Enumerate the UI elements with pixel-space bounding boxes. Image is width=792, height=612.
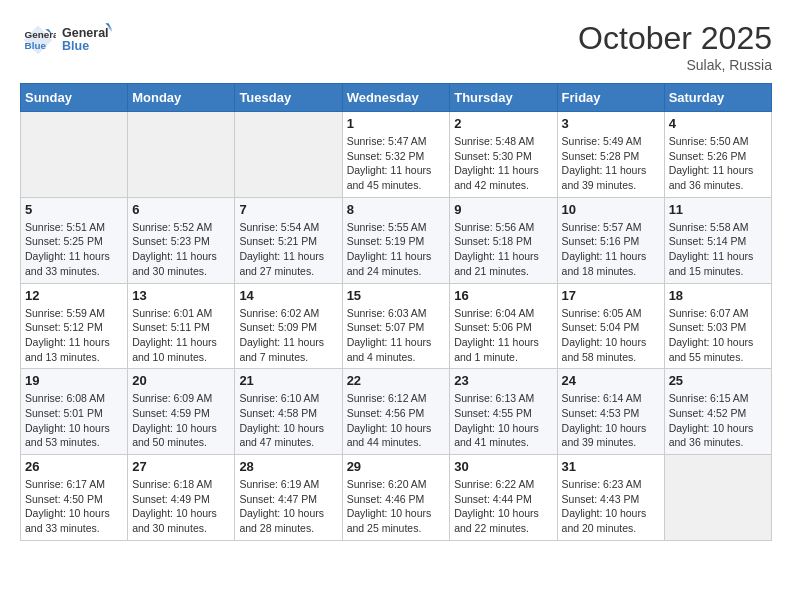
calendar-cell: [664, 455, 771, 541]
day-info: Sunrise: 5:49 AM Sunset: 5:28 PM Dayligh…: [562, 134, 660, 193]
day-number: 28: [239, 459, 337, 474]
day-number: 1: [347, 116, 446, 131]
day-info: Sunrise: 5:48 AM Sunset: 5:30 PM Dayligh…: [454, 134, 552, 193]
svg-text:General: General: [62, 26, 109, 40]
day-info: Sunrise: 5:47 AM Sunset: 5:32 PM Dayligh…: [347, 134, 446, 193]
day-number: 18: [669, 288, 767, 303]
day-number: 23: [454, 373, 552, 388]
calendar-cell: 12Sunrise: 5:59 AM Sunset: 5:12 PM Dayli…: [21, 283, 128, 369]
day-number: 17: [562, 288, 660, 303]
calendar-cell: 1Sunrise: 5:47 AM Sunset: 5:32 PM Daylig…: [342, 112, 450, 198]
day-number: 26: [25, 459, 123, 474]
day-number: 29: [347, 459, 446, 474]
day-number: 11: [669, 202, 767, 217]
day-info: Sunrise: 6:19 AM Sunset: 4:47 PM Dayligh…: [239, 477, 337, 536]
day-number: 14: [239, 288, 337, 303]
weekday-header-sunday: Sunday: [21, 84, 128, 112]
calendar-cell: 16Sunrise: 6:04 AM Sunset: 5:06 PM Dayli…: [450, 283, 557, 369]
calendar-cell: 19Sunrise: 6:08 AM Sunset: 5:01 PM Dayli…: [21, 369, 128, 455]
weekday-header-thursday: Thursday: [450, 84, 557, 112]
day-number: 22: [347, 373, 446, 388]
day-number: 6: [132, 202, 230, 217]
day-info: Sunrise: 6:12 AM Sunset: 4:56 PM Dayligh…: [347, 391, 446, 450]
day-number: 24: [562, 373, 660, 388]
calendar-cell: 3Sunrise: 5:49 AM Sunset: 5:28 PM Daylig…: [557, 112, 664, 198]
day-info: Sunrise: 5:55 AM Sunset: 5:19 PM Dayligh…: [347, 220, 446, 279]
calendar-cell: 28Sunrise: 6:19 AM Sunset: 4:47 PM Dayli…: [235, 455, 342, 541]
day-info: Sunrise: 6:02 AM Sunset: 5:09 PM Dayligh…: [239, 306, 337, 365]
calendar-week-2: 5Sunrise: 5:51 AM Sunset: 5:25 PM Daylig…: [21, 197, 772, 283]
calendar-cell: 11Sunrise: 5:58 AM Sunset: 5:14 PM Dayli…: [664, 197, 771, 283]
day-info: Sunrise: 6:15 AM Sunset: 4:52 PM Dayligh…: [669, 391, 767, 450]
day-number: 16: [454, 288, 552, 303]
day-number: 5: [25, 202, 123, 217]
title-block: October 2025 Sulak, Russia: [578, 20, 772, 73]
day-number: 7: [239, 202, 337, 217]
weekday-header-monday: Monday: [128, 84, 235, 112]
day-info: Sunrise: 5:54 AM Sunset: 5:21 PM Dayligh…: [239, 220, 337, 279]
svg-text:Blue: Blue: [62, 39, 89, 53]
calendar-cell: 22Sunrise: 6:12 AM Sunset: 4:56 PM Dayli…: [342, 369, 450, 455]
calendar-cell: 8Sunrise: 5:55 AM Sunset: 5:19 PM Daylig…: [342, 197, 450, 283]
day-number: 25: [669, 373, 767, 388]
day-info: Sunrise: 6:20 AM Sunset: 4:46 PM Dayligh…: [347, 477, 446, 536]
calendar-cell: 13Sunrise: 6:01 AM Sunset: 5:11 PM Dayli…: [128, 283, 235, 369]
day-info: Sunrise: 6:09 AM Sunset: 4:59 PM Dayligh…: [132, 391, 230, 450]
weekday-header-wednesday: Wednesday: [342, 84, 450, 112]
calendar-cell: 24Sunrise: 6:14 AM Sunset: 4:53 PM Dayli…: [557, 369, 664, 455]
calendar-cell: 31Sunrise: 6:23 AM Sunset: 4:43 PM Dayli…: [557, 455, 664, 541]
day-info: Sunrise: 5:59 AM Sunset: 5:12 PM Dayligh…: [25, 306, 123, 365]
calendar-cell: 18Sunrise: 6:07 AM Sunset: 5:03 PM Dayli…: [664, 283, 771, 369]
day-info: Sunrise: 6:05 AM Sunset: 5:04 PM Dayligh…: [562, 306, 660, 365]
calendar-week-1: 1Sunrise: 5:47 AM Sunset: 5:32 PM Daylig…: [21, 112, 772, 198]
logo: General Blue General Blue: [20, 20, 112, 60]
weekday-header-saturday: Saturday: [664, 84, 771, 112]
month-title: October 2025: [578, 20, 772, 57]
day-info: Sunrise: 5:52 AM Sunset: 5:23 PM Dayligh…: [132, 220, 230, 279]
day-info: Sunrise: 6:22 AM Sunset: 4:44 PM Dayligh…: [454, 477, 552, 536]
day-number: 2: [454, 116, 552, 131]
day-number: 15: [347, 288, 446, 303]
day-number: 13: [132, 288, 230, 303]
day-number: 12: [25, 288, 123, 303]
day-number: 10: [562, 202, 660, 217]
calendar-cell: 4Sunrise: 5:50 AM Sunset: 5:26 PM Daylig…: [664, 112, 771, 198]
calendar-cell: [128, 112, 235, 198]
logo-icon: General Blue: [20, 22, 56, 58]
svg-text:Blue: Blue: [25, 40, 47, 51]
weekday-header-row: SundayMondayTuesdayWednesdayThursdayFrid…: [21, 84, 772, 112]
weekday-header-friday: Friday: [557, 84, 664, 112]
calendar-cell: 5Sunrise: 5:51 AM Sunset: 5:25 PM Daylig…: [21, 197, 128, 283]
day-number: 8: [347, 202, 446, 217]
day-info: Sunrise: 5:56 AM Sunset: 5:18 PM Dayligh…: [454, 220, 552, 279]
calendar-table: SundayMondayTuesdayWednesdayThursdayFrid…: [20, 83, 772, 541]
day-info: Sunrise: 5:50 AM Sunset: 5:26 PM Dayligh…: [669, 134, 767, 193]
calendar-cell: [21, 112, 128, 198]
day-info: Sunrise: 6:17 AM Sunset: 4:50 PM Dayligh…: [25, 477, 123, 536]
calendar-cell: 9Sunrise: 5:56 AM Sunset: 5:18 PM Daylig…: [450, 197, 557, 283]
day-info: Sunrise: 5:58 AM Sunset: 5:14 PM Dayligh…: [669, 220, 767, 279]
calendar-cell: [235, 112, 342, 198]
day-info: Sunrise: 6:18 AM Sunset: 4:49 PM Dayligh…: [132, 477, 230, 536]
day-info: Sunrise: 6:13 AM Sunset: 4:55 PM Dayligh…: [454, 391, 552, 450]
calendar-cell: 29Sunrise: 6:20 AM Sunset: 4:46 PM Dayli…: [342, 455, 450, 541]
calendar-week-3: 12Sunrise: 5:59 AM Sunset: 5:12 PM Dayli…: [21, 283, 772, 369]
calendar-cell: 20Sunrise: 6:09 AM Sunset: 4:59 PM Dayli…: [128, 369, 235, 455]
calendar-cell: 21Sunrise: 6:10 AM Sunset: 4:58 PM Dayli…: [235, 369, 342, 455]
weekday-header-tuesday: Tuesday: [235, 84, 342, 112]
day-info: Sunrise: 5:51 AM Sunset: 5:25 PM Dayligh…: [25, 220, 123, 279]
svg-text:General: General: [25, 29, 57, 40]
day-info: Sunrise: 6:14 AM Sunset: 4:53 PM Dayligh…: [562, 391, 660, 450]
day-number: 27: [132, 459, 230, 474]
calendar-week-5: 26Sunrise: 6:17 AM Sunset: 4:50 PM Dayli…: [21, 455, 772, 541]
day-info: Sunrise: 5:57 AM Sunset: 5:16 PM Dayligh…: [562, 220, 660, 279]
calendar-cell: 7Sunrise: 5:54 AM Sunset: 5:21 PM Daylig…: [235, 197, 342, 283]
day-number: 30: [454, 459, 552, 474]
day-number: 20: [132, 373, 230, 388]
calendar-cell: 26Sunrise: 6:17 AM Sunset: 4:50 PM Dayli…: [21, 455, 128, 541]
calendar-cell: 2Sunrise: 5:48 AM Sunset: 5:30 PM Daylig…: [450, 112, 557, 198]
day-info: Sunrise: 6:23 AM Sunset: 4:43 PM Dayligh…: [562, 477, 660, 536]
location: Sulak, Russia: [578, 57, 772, 73]
calendar-cell: 10Sunrise: 5:57 AM Sunset: 5:16 PM Dayli…: [557, 197, 664, 283]
calendar-cell: 30Sunrise: 6:22 AM Sunset: 4:44 PM Dayli…: [450, 455, 557, 541]
